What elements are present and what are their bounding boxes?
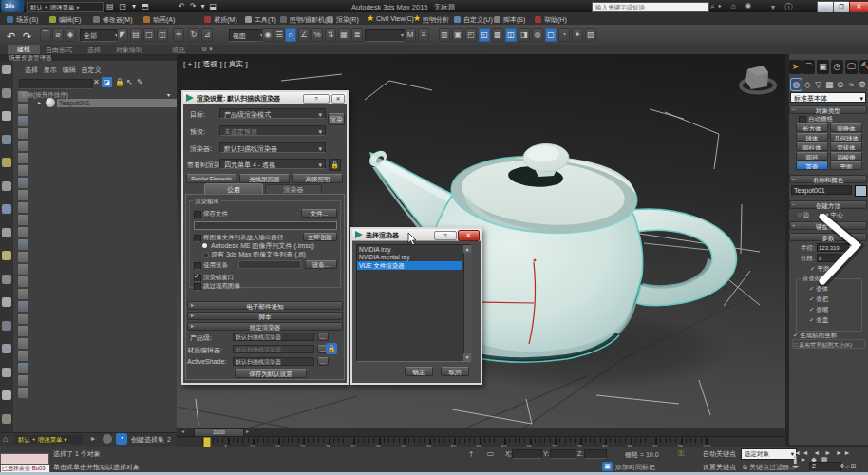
svg-text:[ + ] [ 透视 ] [ 真实 ]: [ + ] [ 透视 ] [ 真实 ]: [183, 60, 248, 68]
